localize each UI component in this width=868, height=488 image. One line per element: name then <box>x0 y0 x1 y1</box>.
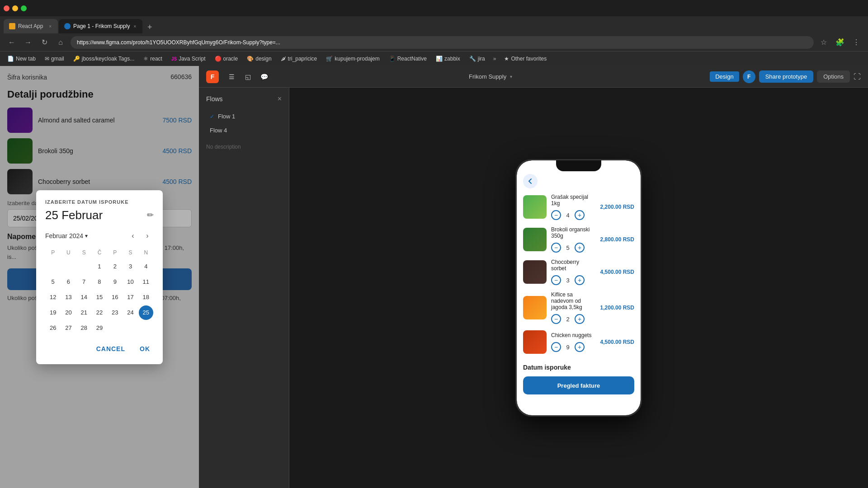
canvas-area: Grašak specijal 1kg − 4 + 2,200.00 RSD <box>289 88 868 488</box>
cal-day-2[interactable]: 2 <box>108 259 122 274</box>
tab-figma[interactable]: Page 1 - Frikom Supply × <box>59 19 142 33</box>
cal-day-27[interactable]: 27 <box>61 321 75 335</box>
tab-close-react[interactable]: × <box>48 23 52 30</box>
phone-qty-minus-1[interactable]: − <box>551 210 561 220</box>
cal-day-14[interactable]: 14 <box>77 290 91 305</box>
cal-day-25[interactable]: 25 <box>139 305 153 320</box>
assets-icon[interactable]: ◱ <box>241 70 255 84</box>
bookmark-button[interactable]: ☆ <box>817 36 830 49</box>
cal-day-3[interactable]: 3 <box>123 259 138 274</box>
bookmark-javascript[interactable]: JS Java Script <box>168 55 209 63</box>
tab-label-figma: Page 1 - Frikom Supply <box>73 23 130 29</box>
home-button[interactable]: ⌂ <box>54 36 67 49</box>
expand-btn[interactable]: ⛶ <box>854 73 861 81</box>
bookmark-oracle[interactable]: 🔴 oracle <box>211 55 242 63</box>
phone-qty-val-5: 9 <box>565 344 571 351</box>
bookmark-tri-papricice[interactable]: 🌶 tri_papricice <box>277 55 321 63</box>
minimize-window-btn[interactable] <box>12 5 18 11</box>
flows-close-btn[interactable]: × <box>278 95 282 103</box>
flow-item-4[interactable]: Flow 4 <box>206 124 282 136</box>
layers-panel-icon[interactable]: ☰ <box>224 70 239 84</box>
maximize-window-btn[interactable] <box>21 5 27 11</box>
bookmark-react[interactable]: ⚛ react <box>140 55 166 63</box>
phone-qty-plus-1[interactable]: + <box>575 210 585 220</box>
phone-qty-plus-3[interactable]: + <box>575 275 585 285</box>
cal-day-19[interactable]: 19 <box>46 305 60 320</box>
calendar-grid: P U S Č P S N 1 2 3 <box>45 248 154 335</box>
cal-day-21[interactable]: 21 <box>77 305 91 320</box>
phone-pregled-btn[interactable]: Pregled fakture <box>523 376 634 394</box>
phone-qty-plus-5[interactable]: + <box>575 342 585 352</box>
phone-item-img-2 <box>523 228 547 251</box>
figma-right-controls: Design F Share prototype Options ⛶ <box>710 70 861 83</box>
refresh-button[interactable]: ↻ <box>38 36 51 49</box>
calendar-prev-btn[interactable]: ‹ <box>127 230 139 242</box>
cal-day-6[interactable]: 6 <box>61 275 75 289</box>
bookmark-gmail[interactable]: ✉ gmail <box>41 55 68 63</box>
bookmark-jboss[interactable]: 🔑 jboss/keycloak Tags... <box>70 55 138 63</box>
bookmark-kupujem[interactable]: 🛒 kupujem-prodajem <box>322 55 383 63</box>
calendar-edit-icon[interactable]: ✏ <box>147 210 154 220</box>
address-input[interactable] <box>71 36 814 49</box>
cal-day-15[interactable]: 15 <box>92 290 107 305</box>
bookmark-zabbix[interactable]: 📊 zabbix <box>432 55 464 63</box>
phone-qty-minus-2[interactable]: − <box>551 243 561 253</box>
bookmarks-more-btn[interactable]: » <box>491 55 499 63</box>
cal-day-8[interactable]: 8 <box>92 275 107 289</box>
flow-item-1[interactable]: ✓ Flow 1 <box>206 110 282 122</box>
cal-day-26[interactable]: 26 <box>46 321 60 335</box>
tab-react-app[interactable]: React App × <box>4 19 58 33</box>
share-prototype-btn[interactable]: Share prototype <box>759 70 814 83</box>
cal-day-28[interactable]: 28 <box>77 321 91 335</box>
cal-day-12[interactable]: 12 <box>46 290 60 305</box>
cal-day-4[interactable]: 4 <box>139 259 153 274</box>
bookmark-favicon-oracle: 🔴 <box>215 56 222 62</box>
cal-day-1[interactable]: 1 <box>92 259 107 274</box>
calendar-date-text: 25 Februar <box>45 208 103 222</box>
bookmark-jira[interactable]: 🔧 jira <box>466 55 489 63</box>
cal-day-22[interactable]: 22 <box>92 305 107 320</box>
calendar-actions: CANCEL OK <box>45 343 154 355</box>
figma-toolbar: F ☰ ◱ 💬 Frikom Supply ▾ Design F Share p… <box>199 66 868 88</box>
flows-panel: Flows × ✓ Flow 1 Flow 4 No description <box>199 88 289 488</box>
cal-day-24[interactable]: 24 <box>123 305 138 320</box>
phone-qty-plus-4[interactable]: + <box>575 314 585 324</box>
cal-day-20[interactable]: 20 <box>61 305 75 320</box>
cal-day-9[interactable]: 9 <box>108 275 122 289</box>
phone-qty-plus-2[interactable]: + <box>575 243 585 253</box>
options-btn[interactable]: Options <box>817 70 850 83</box>
cal-day-18[interactable]: 18 <box>139 290 153 305</box>
bookmark-design[interactable]: 🎨 design <box>243 55 275 63</box>
bookmark-new-tab[interactable]: 📄 New tab <box>4 55 39 63</box>
cal-day-13[interactable]: 13 <box>61 290 75 305</box>
tab-close-figma[interactable]: × <box>132 23 137 30</box>
phone-qty-minus-3[interactable]: − <box>551 275 561 285</box>
design-tab-btn[interactable]: Design <box>710 71 739 82</box>
back-button[interactable]: ← <box>5 36 18 49</box>
phone-qty-minus-5[interactable]: − <box>551 342 561 352</box>
cal-day-16[interactable]: 16 <box>108 290 122 305</box>
cal-day-7[interactable]: 7 <box>77 275 91 289</box>
calendar-ok-btn[interactable]: OK <box>136 343 154 355</box>
cal-day-17[interactable]: 17 <box>123 290 138 305</box>
cal-day-10[interactable]: 10 <box>123 275 138 289</box>
menu-button[interactable]: ⋮ <box>850 36 863 49</box>
cal-day-5[interactable]: 5 <box>46 275 60 289</box>
bookmark-other-favorites[interactable]: ★ Other favorites <box>500 55 550 63</box>
cal-day-29[interactable]: 29 <box>92 321 107 335</box>
phone-qty-minus-4[interactable]: − <box>551 314 561 324</box>
chat-icon[interactable]: 💬 <box>257 70 271 84</box>
calendar-month-label[interactable]: Februar 2024 ▾ <box>45 232 88 239</box>
cal-day-23[interactable]: 23 <box>108 305 122 320</box>
close-window-btn[interactable] <box>4 5 9 11</box>
figma-logo[interactable]: F <box>206 70 219 83</box>
calendar-cancel-btn[interactable]: CANCEL <box>93 343 129 355</box>
new-tab-button[interactable]: + <box>143 21 156 33</box>
phone-back-btn[interactable] <box>523 174 538 188</box>
forward-button[interactable]: → <box>22 36 34 49</box>
bookmark-reactnative[interactable]: 📱 ReactNative <box>385 55 430 63</box>
cal-day-11[interactable]: 11 <box>139 275 153 289</box>
figma-project-name[interactable]: Frikom Supply <box>469 73 506 80</box>
calendar-next-btn[interactable]: › <box>141 230 154 242</box>
extensions-button[interactable]: 🧩 <box>834 36 846 49</box>
